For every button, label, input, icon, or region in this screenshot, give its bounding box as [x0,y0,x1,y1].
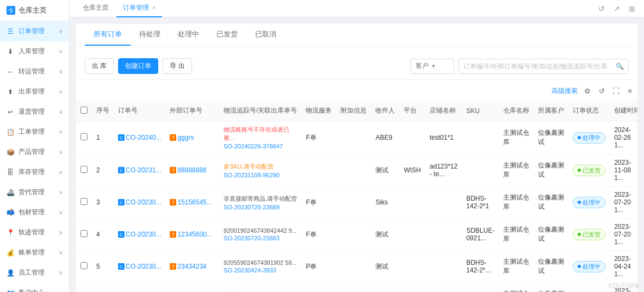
logistics-so-link[interactable]: SO-20230720-23689 [224,204,297,210]
row-checkbox[interactable] [81,133,88,140]
main-area: 仓库主页订单管理× ↺ ↗ ⊞ 所有订单待处理处理中已发货已取消 出 库 创建订… [70,0,644,292]
sidebar-item-customer[interactable]: 👥 客户中心 [0,283,69,292]
sidebar-item-billing[interactable]: 💰 账单管理 ∨ [0,243,69,263]
col-header-创建时间: 创建时间 [610,101,637,121]
customer-select[interactable]: 客户 ▼ [411,59,454,74]
ext-icon: T [170,167,176,173]
filter-tab-pending[interactable]: 待处理 [131,24,169,46]
sidebar-logo[interactable]: 仓 仓库主页 [0,0,69,21]
search-input[interactable] [459,63,611,70]
settings-icon[interactable]: ⚙ [582,85,593,96]
outbound-button[interactable]: 出 库 [85,58,114,74]
chevron-down-icon: ▼ [431,63,436,69]
sidebar-item-workorder[interactable]: 📋 工单管理 ∨ [0,122,69,142]
logistics-cell: 物流账账号不存在或者已被...SO-20240226-376847 [219,121,301,154]
row-index: 4 [92,219,114,251]
toolbar-right: 客户 ▼ 🔍 [411,59,629,74]
logistics-cell: 9200190246743842442 9...SO-20230720-2368… [219,219,301,251]
extra-info-cell [336,283,371,293]
sidebar-label-workorder: 工单管理 [18,127,54,136]
sidebar-label-order: 订单管理 [18,27,54,36]
created-time-cell: 2023-11-08 1... [610,154,637,187]
workorder-icon: 📋 [7,128,14,136]
sidebar-item-agency[interactable]: 🚢 货代管理 ∨ [0,182,69,202]
sidebar-item-return[interactable]: ↩ 退货管理 ∨ [0,102,69,122]
filter-tabs: 所有订单待处理处理中已发货已取消 [76,24,637,46]
sidebar-label-outbound: 出库管理 [18,87,54,96]
refresh-icon[interactable]: ↺ [596,3,607,14]
filter-tab-shipped[interactable]: 已发货 [208,24,246,46]
created-time-cell: 2023-04-22 1... [610,283,637,293]
chevron-icon-staff: ∨ [59,270,63,276]
advanced-search-label[interactable]: 高级搜索 [552,86,578,96]
row-index: 5 [92,251,114,283]
status-badge: 已发货 [573,229,605,240]
order-number-link[interactable]: C CO-20240... [118,134,161,141]
row-checkbox[interactable] [81,166,88,173]
chevron-icon-product: ∨ [59,149,63,155]
sidebar-item-order[interactable]: ☰ 订单管理 ∨ [0,21,69,41]
logistics-cell: 920559024674381902 58...SO-20230424-3933 [219,251,301,283]
sidebar-item-tracking[interactable]: 📍 轨迹管理 ∨ [0,222,69,243]
order-icon: C [118,167,125,173]
select-all-checkbox[interactable] [81,107,88,114]
order-number-link[interactable]: C CO-20230... [118,231,161,238]
order-number-link[interactable]: C CO-20231... [118,166,161,174]
sidebar-item-packaging[interactable]: 📫 包材管理 ∨ [0,202,69,222]
receiver-cell: 测试 [371,251,399,283]
tab-home[interactable]: 仓库主页 [76,0,115,17]
fullscreen-icon[interactable]: ⛶ [610,85,621,96]
warehouse-cell: 主测试仓库 [499,121,534,154]
logistics-so-link[interactable]: SO-20230424-3933 [224,267,297,274]
sidebar-label-inventory: 库存管理 [18,167,54,177]
grid-icon[interactable]: ⊞ [627,3,637,14]
expand-icon[interactable]: ↗ [611,3,622,14]
refresh-table-icon[interactable]: ↺ [596,85,607,96]
row-index: 3 [92,187,114,219]
customer-icon: 👥 [7,289,14,293]
tab-close-orders[interactable]: × [152,5,156,11]
platform-cell: WISH [399,154,425,187]
row-checkbox[interactable] [81,198,88,205]
ext-order-link[interactable]: T 12345600... [170,231,215,238]
sidebar-label-product: 产品管理 [18,147,54,157]
platform-cell [399,219,425,251]
order-number-link[interactable]: C CO-20230... [118,263,161,270]
logistics-so-link[interactable]: SO-20231108-96290 [224,172,297,178]
logistics-text: 非直接邮寄商品,请手动配货 [224,195,297,203]
tab-orders[interactable]: 订单管理× [116,0,162,17]
logistics-cell: 多SKU,请手动配货SO-20231108-96290 [219,154,301,187]
sidebar-item-product[interactable]: 📦 产品管理 ∨ [0,142,69,162]
order-icon: C [118,231,125,238]
ext-order-link[interactable]: T 15156545... [170,198,215,206]
search-button[interactable]: 🔍 [611,59,628,73]
ext-order-link[interactable]: T 88888888 [170,166,215,174]
export-button[interactable]: 导 出 [163,58,191,74]
sidebar-item-inbound[interactable]: ⬇ 入库管理 ∨ [0,41,69,61]
advanced-icons: ⚙ ↺ ⛶ ≡ [582,85,635,96]
row-checkbox[interactable] [81,262,88,269]
order-icon: C [118,134,125,141]
sku-cell [462,121,499,154]
sidebar-item-outbound[interactable]: ⬆ 出库管理 ∨ [0,82,69,102]
logistics-so-link[interactable]: SO-20230720-23683 [224,235,297,241]
sidebar-item-inventory[interactable]: 🗄 库存管理 ∨ [0,162,69,182]
sidebar-item-staff[interactable]: 👤 员工管理 ∨ [0,263,69,283]
customer-cell: 位像裹测试 [534,154,568,187]
product-icon: 📦 [7,148,14,156]
receiver-cell: 测试 [371,154,399,187]
logistics-warning[interactable]: 物流账账号不存在或者已被... [224,126,297,142]
warehouse-cell: 主测试仓库 [499,283,534,293]
sidebar-item-transfer[interactable]: ↔ 转运管理 ∨ [0,61,69,82]
row-checkbox[interactable] [81,230,88,237]
logistics-so-link[interactable]: SO-20240226-376847 [224,143,297,150]
ext-order-link[interactable]: T 23434234 [170,263,215,270]
filter-tab-processing[interactable]: 处理中 [169,24,208,46]
ext-order-link[interactable]: T gggrs [170,134,215,141]
create-order-button[interactable]: 创建订单 [118,58,158,74]
filter-tab-cancelled[interactable]: 已取消 [246,24,285,46]
filter-tab-all[interactable]: 所有订单 [85,24,131,46]
order-number-link[interactable]: C CO-20230... [118,198,161,206]
column-settings-icon[interactable]: ≡ [624,85,635,96]
status-dot [578,136,581,139]
